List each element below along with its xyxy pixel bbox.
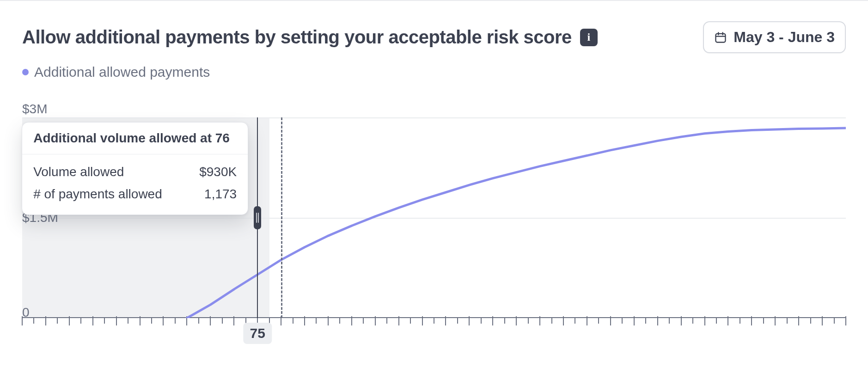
hover-tooltip: Additional volume allowed at 76 Volume a…: [22, 122, 248, 215]
tooltip-value: $930K: [199, 165, 237, 179]
y-axis-label-top: $3M: [22, 102, 49, 117]
chart-header: Allow additional payments by setting you…: [22, 21, 846, 53]
page-title: Allow additional payments by setting you…: [22, 27, 572, 48]
calendar-icon: [714, 31, 727, 44]
x-axis-ticks: [22, 318, 846, 324]
date-range-button[interactable]: May 3 - June 3: [703, 21, 846, 53]
legend-series-label: Additional allowed payments: [34, 64, 210, 80]
date-range-label: May 3 - June 3: [734, 29, 835, 46]
tooltip-key: # of payments allowed: [33, 187, 162, 202]
tooltip-row: # of payments allowed 1,173: [33, 183, 237, 205]
plot-area[interactable]: $1.5M 0 75 Additional volume allowed at …: [22, 117, 846, 318]
tooltip-title: Additional volume allowed at 76: [22, 123, 248, 154]
svg-rect-0: [716, 33, 726, 42]
threshold-slider-handle[interactable]: [254, 206, 261, 229]
tooltip-key: Volume allowed: [33, 165, 124, 179]
legend: Additional allowed payments: [22, 64, 846, 80]
tooltip-row: Volume allowed $930K: [33, 161, 237, 183]
legend-dot-icon: [22, 69, 29, 75]
tooltip-value: 1,173: [204, 187, 237, 202]
hover-indicator-line: [281, 117, 282, 318]
info-icon[interactable]: i: [580, 29, 598, 46]
threshold-value-badge: 75: [243, 323, 271, 344]
chart[interactable]: $3M $1.5M 0 75 Additional volume allowed…: [22, 102, 846, 346]
